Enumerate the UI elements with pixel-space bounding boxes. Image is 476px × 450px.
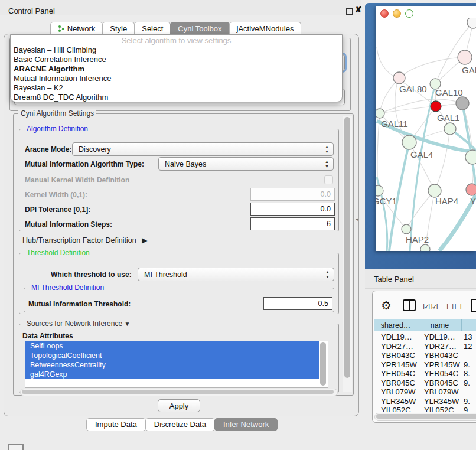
table-column-header[interactable] [462,319,476,331]
data-attribute-item[interactable]: gal4RGexp [25,370,328,379]
minimized-panel-icon[interactable] [8,444,24,450]
network-node[interactable] [393,72,405,84]
algorithm-option[interactable]: Dream8 DC_TDC Algorithm [11,93,342,102]
network-node[interactable] [456,97,469,110]
expand-arrow-icon[interactable]: ▶ [142,236,147,244]
table-row[interactable]: YDL19…YDL19…13 [374,332,476,342]
network-node[interactable] [420,244,430,251]
mi-steps-label: Mutual Information Steps: [25,220,112,229]
tab-infer-network[interactable]: Infer Network [214,418,278,431]
close-traffic-light-icon[interactable] [380,9,389,18]
network-node[interactable] [402,135,416,149]
data-attribute-item[interactable]: SelfLoops [25,341,328,351]
collapse-arrow-icon[interactable]: ▼ [124,321,130,327]
bottom-tabbar: Impute DataDiscretize DataInfer Network [86,418,277,431]
which-threshold-label: Which threshold to use: [51,270,132,279]
table-cell: YBL079W [374,387,418,397]
gear-icon[interactable]: ⚙ [381,298,392,312]
data-attribute-item[interactable]: TopologicalCoefficient [25,351,328,360]
table-column-header[interactable]: shared… [374,319,418,331]
kernel-width-field[interactable]: 0.0 [250,188,335,201]
hub-definition-label: Hub/Transcription Factor Definition [22,236,136,244]
network-node-label: GAL [462,65,476,75]
columns-icon[interactable] [403,299,416,311]
settings-h-scrollbar-thumb[interactable] [22,390,334,394]
data-attributes-list[interactable]: SelfLoopsTopologicalCoefficientBetweenne… [25,341,328,388]
table-h-scrollbar[interactable] [374,413,476,421]
table-header[interactable]: shared…name [374,319,476,331]
mi-type-combo[interactable]: Naive Bayes ▲▼ [158,157,334,171]
zoom-traffic-light-icon[interactable] [405,9,413,18]
network-node-label: GAL10 [435,87,463,97]
network-node-label: HAP2 [406,234,429,244]
tab-impute-data[interactable]: Impute Data [86,418,146,431]
table-cell: YBR043C [374,351,418,360]
hub-definition-section[interactable]: Hub/Transcription Factor Definition ▶ [22,236,147,244]
network-node[interactable] [465,150,476,164]
network-edge[interactable] [435,129,450,191]
aracne-mode-value: Discovery [79,145,111,154]
select-all-icon[interactable]: ☑☑ [423,302,439,311]
table-row[interactable]: YLR345WYLR345W9. [374,397,476,406]
threshold-definition-title: Threshold Definition [24,249,92,257]
splitter-handle[interactable]: ◂ [356,216,358,222]
table-row[interactable]: YBR043CYBR043C [374,351,476,360]
control-panel-title: Control Panel [8,6,55,15]
close-icon[interactable]: ✘ [355,5,362,14]
table-h-scrollbar-thumb[interactable] [376,414,476,419]
table-column-header[interactable]: name [418,319,462,331]
network-node[interactable] [428,184,441,197]
settings-scrollbar-thumb[interactable] [344,117,350,378]
stepper-arrows-icon: ▲▼ [324,159,330,169]
algorithm-option[interactable]: ARACNE Algorithm [11,64,342,74]
table-row[interactable]: YIL052CYIL052C9 [374,406,476,412]
table-row[interactable]: YBL079WYBL079W [374,387,476,397]
network-node[interactable] [467,18,476,28]
network-node[interactable] [402,224,411,234]
algorithm-option[interactable]: Basic Correlation Inference [11,55,342,64]
network-edge[interactable] [406,191,435,229]
aracne-mode-label: Aracne Mode: [25,145,71,154]
attributes-scrollbar[interactable] [319,341,328,387]
which-threshold-combo[interactable]: MI Threshold ▲▼ [138,268,334,281]
network-node[interactable] [431,101,441,112]
mi-threshold-field[interactable]: 0.5 [263,297,332,310]
settings-h-scrollbar[interactable] [20,389,338,396]
mi-steps-field[interactable]: 6 [250,217,335,230]
algorithm-option[interactable]: Bayesian – Hill Climbing [11,45,342,55]
table-rows[interactable]: YDL19…YDL19…13YDR27…YDR27…12YBR043CYBR04… [374,332,476,412]
table-row[interactable]: YDR27…YDR27…12 [374,342,476,351]
algorithm-option[interactable]: Bayesian – K2 [11,83,342,93]
apply-button[interactable]: Apply [158,399,200,412]
network-node[interactable] [458,50,472,64]
control-panel-tabbar: NetworkStyleSelectCyni ToolboxjActiveMNo… [50,22,301,34]
attributes-scrollbar-thumb[interactable] [320,342,326,386]
clipboard-icon[interactable] [471,299,476,312]
dpi-tolerance-label: DPI Tolerance [0,1]: [25,206,90,214]
table-cell: 9. [462,397,476,406]
manual-kernel-checkbox[interactable] [324,175,333,184]
network-canvas[interactable]: GALGAL80GAL10GAL1GAL11GAL4GCY1HAP4YHAP2 [376,18,476,251]
network-edge[interactable] [398,57,465,79]
network-node[interactable] [466,184,476,195]
data-attribute-item[interactable]: BetweennessCentrality [25,360,328,370]
table-row[interactable]: YBR045CYBR045C9. [374,379,476,388]
table-row[interactable]: YPR145WYPR145W9. [374,360,476,370]
manual-kernel-label: Manual Kernel Width Definition [25,176,129,184]
dpi-tolerance-field[interactable]: 0.0 [250,203,335,216]
algorithm-option[interactable]: Mutual Information Inference [11,74,342,83]
network-node[interactable] [376,109,384,118]
settings-scrollbar[interactable] [343,116,352,392]
mi-threshold-label: Mutual Information Threshold: [28,300,131,308]
network-edge[interactable] [380,106,436,113]
network-node[interactable] [376,185,383,196]
minimize-traffic-light-icon[interactable] [393,9,401,18]
aracne-mode-combo[interactable]: Discovery ▲▼ [72,142,334,156]
table-cell: YBL079W [418,387,462,397]
float-icon[interactable] [346,8,353,15]
table-row[interactable]: YER054CYER054C8. [374,369,476,379]
table-cell: YER054C [374,369,418,379]
deselect-all-icon[interactable]: ☐☐ [446,302,462,311]
network-node[interactable] [444,123,456,135]
tab-discretize-data[interactable]: Discretize Data [145,418,215,431]
